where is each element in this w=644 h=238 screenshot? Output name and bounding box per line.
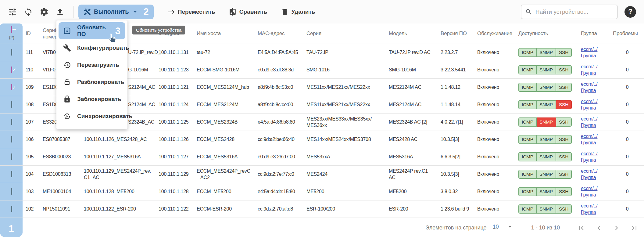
first-page-button[interactable]: [577, 224, 585, 232]
cell-service: Включено: [474, 113, 515, 131]
col-service[interactable]: Обслуживание: [474, 23, 515, 44]
upload-icon[interactable]: [55, 7, 65, 16]
selected-count: (2): [3, 34, 20, 41]
col-fw-version[interactable]: Версия ПО: [438, 23, 474, 44]
menu-item-label: Обновить ПО: [77, 24, 109, 38]
row-checkbox[interactable]: [11, 206, 12, 212]
execute-button[interactable]: Выполнить 2: [78, 5, 154, 19]
col-hostname[interactable]: Имя хоста: [194, 23, 255, 44]
cell-ip: 100.110.1.123: [156, 61, 194, 78]
group-link[interactable]: eccm/../Группа: [581, 81, 597, 93]
help-button[interactable]: ?: [624, 6, 636, 18]
cell-group: eccm/../Группа: [578, 78, 610, 96]
menu-item-unblock[interactable]: Разблокировать: [56, 74, 127, 91]
prev-page-button[interactable]: [595, 224, 603, 232]
group-link[interactable]: eccm/../Группа: [581, 47, 597, 58]
row-checkbox[interactable]: [11, 119, 12, 125]
compare-button-label: Сравнить: [239, 9, 267, 15]
group-link[interactable]: eccm/../Группа: [581, 64, 597, 76]
cell-model: ME5200: [386, 183, 438, 200]
group-link[interactable]: eccm/../Группа: [581, 99, 597, 110]
col-group[interactable]: Группа: [578, 23, 610, 44]
cell-select: [0, 183, 23, 200]
group-link[interactable]: eccm/../Группа: [581, 116, 597, 128]
group-link[interactable]: eccm/../Группа: [581, 203, 597, 215]
cell-fw-version: 1.23.6 build 9: [438, 200, 474, 218]
group-link[interactable]: eccm/../Группа: [581, 151, 597, 163]
menu-item-label: Синхронизировать: [77, 113, 132, 120]
row-checkbox[interactable]: [11, 84, 12, 90]
cell-ip: 100.110.1.127: [156, 148, 194, 165]
cell-series: MES14xx/MES24xx/MES3708: [303, 131, 386, 148]
col-problems[interactable]: Проблемы: [610, 23, 644, 44]
cell-service: Включено: [474, 96, 515, 113]
cell-select: [0, 78, 23, 96]
cell-series: MES23xx/MES33xx/MES35xx/ MES36xx: [303, 113, 386, 131]
cell-model: TAU-72.IP rev.D AC: [386, 44, 438, 61]
col-id[interactable]: ID: [23, 23, 40, 44]
cell-select: [0, 131, 23, 148]
cell-fw-version: 6.6.3.5[2]: [438, 148, 474, 165]
wrench-icon: [63, 44, 71, 52]
row-checkbox[interactable]: [11, 153, 12, 160]
row-checkbox[interactable]: [11, 136, 12, 142]
menu-item-synchronize[interactable]: Синхронизировать: [56, 108, 127, 125]
menu-item-block[interactable]: Заблокировать: [56, 91, 127, 108]
cell-hostname: ECCM_MES2124M: [194, 96, 255, 113]
per-page-select[interactable]: 10: [492, 224, 514, 232]
menu-item-reboot[interactable]: Перезагрузить: [56, 56, 127, 74]
cell-fw-version: 4.0.22.7[1]: [438, 113, 474, 131]
cell-id: 109: [23, 78, 40, 96]
cell-id: 105: [23, 148, 40, 165]
availability-badge-ssh: SSH: [556, 204, 572, 214]
cell-hostname: ECCM_MES2124M_hub: [194, 78, 255, 96]
per-page-label: Элементов на странице: [425, 225, 486, 231]
cell-hostname: ECCM-SMG-1016M: [194, 61, 255, 78]
availability-badges: ICMPSNMPSSH: [518, 135, 572, 144]
table-row: 102NP15011091100.110.1.122_ESR-200100.11…: [0, 200, 644, 218]
tools-icon: [83, 8, 91, 16]
availability-badges: ICMPSNMPSSH: [518, 100, 572, 109]
device-manager-screen: Выполнить 2 Переместить Сравнить Удалить…: [0, 0, 644, 238]
cell-name: 100.110.1.129_MES2424P_rev. C1_AC: [81, 165, 156, 183]
group-link[interactable]: eccm/../Группа: [581, 186, 597, 197]
annotation-step-1: 1: [0, 224, 23, 233]
row-checkbox[interactable]: [11, 101, 12, 108]
cell-model: MES2324B AC [2]: [386, 113, 438, 131]
cell-mac: a8:f9:4b:8c:ce:00: [255, 96, 303, 113]
settings-gear-icon[interactable]: [40, 7, 49, 16]
availability-badge-snmp: SNMP: [537, 204, 556, 214]
cell-mac: e0:d9:e3:26:d7:00: [255, 148, 303, 165]
cell-availability: ICMPSNMPSSH: [515, 183, 578, 200]
col-model[interactable]: Модель: [386, 23, 438, 44]
select-all-checkbox[interactable]: [11, 26, 12, 33]
search-input[interactable]: [535, 9, 614, 15]
cell-model: MES2124M AC: [386, 96, 438, 113]
cell-group: eccm/../Группа: [578, 61, 610, 78]
page-range: 1 - 10 из 10: [531, 225, 560, 231]
col-mac[interactable]: MAC-адрес: [255, 23, 303, 44]
availability-badge-snmp: SNMP: [537, 135, 556, 144]
col-series[interactable]: Серия: [303, 23, 386, 44]
cell-group: eccm/../Группа: [578, 165, 610, 183]
cell-series: ME5200: [303, 183, 386, 200]
cell-availability: ICMPSNMPSSH: [515, 165, 578, 183]
cell-service: Включено: [474, 61, 515, 78]
group-link[interactable]: eccm/../Группа: [581, 134, 597, 145]
availability-badge-snmp: SNMP: [537, 117, 556, 127]
row-checkbox[interactable]: [11, 171, 12, 177]
delete-button[interactable]: Удалить: [281, 8, 315, 16]
filters-icon[interactable]: [8, 7, 17, 16]
last-page-button[interactable]: [630, 224, 639, 232]
row-checkbox[interactable]: [11, 67, 12, 73]
refresh-icon[interactable]: [24, 7, 33, 16]
availability-badge-snmp: SNMP: [537, 83, 556, 92]
move-button[interactable]: Переместить: [167, 8, 215, 16]
next-page-button[interactable]: [612, 224, 621, 232]
compare-button[interactable]: Сравнить: [229, 8, 267, 16]
row-checkbox[interactable]: [11, 188, 12, 195]
cell-fw-version: 1.1.48.12: [438, 78, 474, 96]
row-checkbox[interactable]: [11, 49, 12, 56]
group-link[interactable]: eccm/../Группа: [581, 168, 597, 180]
col-availability[interactable]: Доступность: [515, 23, 578, 44]
